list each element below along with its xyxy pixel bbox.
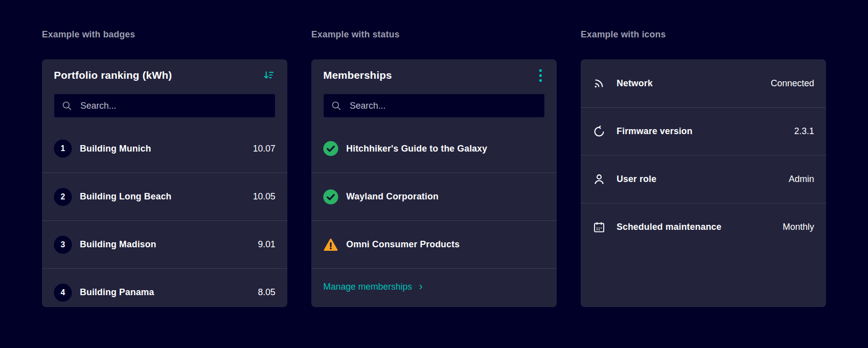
device-info-card: Network Connected Firmware version 2.3.1 xyxy=(581,59,826,307)
info-value: Connected xyxy=(771,78,814,89)
list-item[interactable]: 3 Building Madison 9.01 xyxy=(42,220,287,268)
search-input[interactable] xyxy=(349,100,537,112)
info-label: User role xyxy=(617,174,789,184)
rank-badge: 2 xyxy=(54,188,72,206)
network-icon xyxy=(593,77,606,90)
item-name: Wayland Corporation xyxy=(346,191,545,202)
section-heading-status: Example with status xyxy=(311,28,557,41)
item-value: 10.07 xyxy=(253,144,275,154)
search-input[interactable] xyxy=(79,100,268,112)
card-title: Portfolio ranking (kWh) xyxy=(54,69,172,81)
card-header: Portfolio ranking (kWh) xyxy=(42,59,287,91)
ranking-list: 1 Building Munich 10.07 2 Building Long … xyxy=(42,125,287,307)
page-background: Example with badges Portfolio ranking (k… xyxy=(0,0,868,348)
card-footer: Manage memberships › xyxy=(311,268,557,305)
info-label: Network xyxy=(617,78,771,89)
info-row-firmware: Firmware version 2.3.1 xyxy=(581,107,826,155)
list-item[interactable]: 1 Building Munich 10.07 xyxy=(42,125,287,173)
search-icon xyxy=(61,100,72,111)
memberships-list: Hitchhiker's Guide to the Galaxy Wayland… xyxy=(311,125,557,268)
warning-triangle-icon xyxy=(323,237,338,252)
section-badges: Example with badges Portfolio ranking (k… xyxy=(42,28,287,307)
item-name: Hitchhiker's Guide to the Galaxy xyxy=(346,144,545,154)
chevron-right-icon: › xyxy=(419,281,423,292)
item-value: 9.01 xyxy=(258,239,275,250)
user-icon xyxy=(593,173,606,186)
list-item[interactable]: Omni Consumer Products xyxy=(311,220,557,268)
portfolio-ranking-card: Portfolio ranking (kWh) xyxy=(42,59,287,307)
info-row-maintenance: Scheduled maintenance Monthly xyxy=(581,203,826,251)
section-heading-badges: Example with badges xyxy=(42,28,287,41)
calendar-icon xyxy=(593,221,606,234)
search-bar xyxy=(323,94,545,118)
search-icon xyxy=(331,100,342,111)
item-value: 8.05 xyxy=(258,287,275,298)
manage-memberships-link[interactable]: Manage memberships › xyxy=(323,282,423,292)
item-name: Building Panama xyxy=(80,287,258,298)
card-header: Memberships xyxy=(311,59,557,91)
item-value: 10.05 xyxy=(253,191,275,202)
check-circle-icon xyxy=(323,189,338,204)
info-label: Scheduled maintenance xyxy=(617,222,783,232)
search-bar xyxy=(54,94,275,118)
section-icons: Example with icons Network Connected xyxy=(581,28,826,307)
check-circle-icon xyxy=(323,141,338,156)
card-title: Memberships xyxy=(323,69,392,81)
list-item[interactable]: 4 Building Panama 8.05 xyxy=(42,268,287,307)
info-value: 2.3.1 xyxy=(794,126,814,137)
list-item[interactable]: Wayland Corporation xyxy=(311,173,557,220)
info-value: Monthly xyxy=(783,222,814,232)
info-value: Admin xyxy=(789,174,814,184)
list-item[interactable]: 2 Building Long Beach 10.05 xyxy=(42,173,287,220)
item-name: Building Long Beach xyxy=(80,191,253,202)
item-name: Building Madison xyxy=(80,239,258,250)
item-name: Building Munich xyxy=(80,144,253,154)
rank-badge: 3 xyxy=(54,236,72,254)
info-row-network: Network Connected xyxy=(581,59,826,107)
cards-layout: Example with badges Portfolio ranking (k… xyxy=(42,28,826,307)
info-row-user-role: User role Admin xyxy=(581,155,826,203)
rank-badge: 4 xyxy=(54,284,72,302)
link-label: Manage memberships xyxy=(323,282,412,292)
item-name: Omni Consumer Products xyxy=(346,239,545,250)
info-label: Firmware version xyxy=(617,126,794,137)
kebab-menu-icon[interactable] xyxy=(535,66,546,85)
section-status: Example with status Memberships xyxy=(311,28,557,307)
memberships-card: Memberships xyxy=(311,59,557,307)
firmware-refresh-icon xyxy=(593,125,606,138)
section-heading-icons: Example with icons xyxy=(581,28,826,41)
rank-badge: 1 xyxy=(54,140,72,158)
list-item[interactable]: Hitchhiker's Guide to the Galaxy xyxy=(311,125,557,173)
sort-descending-icon[interactable] xyxy=(261,68,276,83)
